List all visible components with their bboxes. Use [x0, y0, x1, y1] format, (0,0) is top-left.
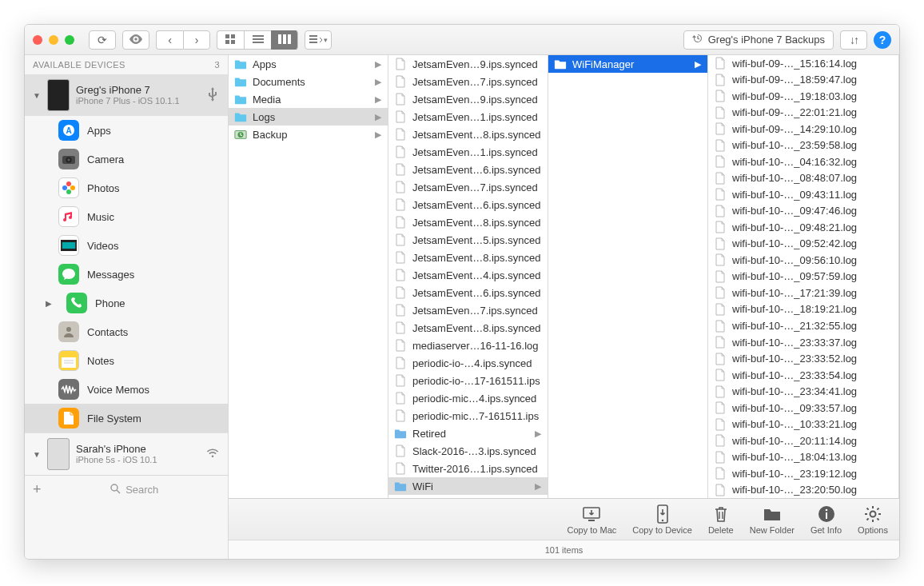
file-item[interactable]: JetsamEven…7.ips.synced: [388, 73, 548, 90]
file-item[interactable]: wifi-buf-10-…_23:19:12.log: [708, 465, 898, 482]
file-item[interactable]: JetsamEven…7.ips.synced: [388, 301, 548, 319]
minimize-button[interactable]: [49, 35, 58, 45]
file-item[interactable]: wifi-buf-10-…_09:48:21.log: [708, 219, 898, 236]
help-button[interactable]: ?: [874, 31, 891, 49]
file-item[interactable]: JetsamEvent…8.ips.synced: [388, 213, 548, 231]
folder-item[interactable]: Documents▶: [229, 73, 388, 90]
file-item[interactable]: wifi-buf-09-…_14:29:10.log: [708, 121, 898, 138]
file-item[interactable]: mediaserver…16-11-16.log: [388, 337, 548, 354]
copy-to-device-button[interactable]: Copy to Device: [632, 504, 692, 535]
sidebar-category-messages[interactable]: Messages: [25, 260, 228, 289]
file-item[interactable]: periodic-io-…4.ips.synced: [388, 354, 548, 372]
file-item[interactable]: JetsamEvent…6.ips.synced: [388, 284, 548, 301]
file-item[interactable]: JetsamEven…1.ips.synced: [388, 143, 548, 161]
file-item[interactable]: JetsamEven…7.ips.synced: [388, 178, 548, 196]
disclosure-triangle-icon[interactable]: ▼: [33, 450, 41, 459]
file-item[interactable]: wifi-buf-10-…_08:48:07.log: [708, 170, 898, 187]
sidebar-category-notes[interactable]: Notes: [25, 346, 228, 375]
file-item[interactable]: JetsamEven…9.ips.synced: [388, 90, 548, 108]
file-item[interactable]: wifi-buf-09-…_15:16:14.log: [708, 55, 898, 72]
file-item[interactable]: JetsamEvent…5.ips.synced: [388, 231, 548, 249]
new-folder-button[interactable]: New Folder: [750, 504, 795, 535]
file-item[interactable]: wifi-buf-10-…_18:19:21.log: [708, 301, 898, 318]
list-view-button[interactable]: [244, 30, 271, 50]
sidebar-category-phone[interactable]: ▶Phone: [25, 289, 228, 317]
file-item[interactable]: wifi-buf-10-…_09:52:42.log: [708, 236, 898, 253]
sidebar-category-voicememos[interactable]: Voice Memos: [25, 375, 228, 404]
file-item[interactable]: periodic-mic…4.ips.synced: [388, 389, 548, 407]
device-row-gregs-iphone[interactable]: ▼ Greg's iPhone 7 iPhone 7 Plus - iOS 10…: [25, 74, 228, 116]
sidebar-category-contacts[interactable]: Contacts: [25, 317, 228, 346]
file-item[interactable]: wifi-buf-10-…_23:20:50.log: [708, 481, 898, 498]
disclosure-triangle-icon[interactable]: ▼: [33, 91, 41, 100]
folder-item[interactable]: Backup▶: [229, 126, 388, 143]
file-item[interactable]: JetsamEven…9.ips.synced: [388, 55, 548, 73]
back-button[interactable]: ‹: [156, 30, 183, 50]
file-item[interactable]: wifi-buf-10-…_09:33:57.log: [708, 400, 898, 417]
file-item[interactable]: wifi-buf-10-…_23:34:41.log: [708, 383, 898, 400]
column-view-button[interactable]: [271, 30, 298, 50]
file-item[interactable]: wifi-buf-10-…_20:11:14.log: [708, 433, 898, 449]
file-item[interactable]: wifi-buf-10-…_18:04:13.log: [708, 448, 898, 465]
file-item[interactable]: wifi-buf-10-…_04:16:32.log: [708, 153, 898, 170]
get-info-button[interactable]: Get Info: [810, 504, 842, 535]
device-row-sarahs-iphone[interactable]: ▼ Sarah's iPhone iPhone 5s - iOS 10.1: [25, 433, 228, 475]
column-4[interactable]: wifi-buf-09-…_15:16:14.logwifi-buf-09-…_…: [708, 55, 899, 498]
folder-item[interactable]: Retired▶: [388, 425, 548, 442]
copy-to-mac-button[interactable]: Copy to Mac: [568, 504, 617, 535]
folder-item[interactable]: Logs▶: [229, 108, 388, 126]
column-3[interactable]: WiFiManager▶: [548, 55, 708, 498]
close-button[interactable]: [33, 35, 42, 45]
file-item[interactable]: JetsamEvent…8.ips.synced: [388, 249, 548, 266]
zoom-button[interactable]: [65, 35, 74, 45]
folder-item[interactable]: Apps▶: [229, 55, 388, 73]
file-item[interactable]: wifi-buf-10-…_23:59:58.log: [708, 138, 898, 154]
sidebar-category-music[interactable]: Music: [25, 202, 228, 231]
column-1[interactable]: Apps▶Documents▶Media▶Logs▶Backup▶: [229, 55, 388, 498]
sidebar-category-videos[interactable]: Videos: [25, 231, 228, 260]
file-item[interactable]: wifi-buf-10-…_09:43:11.log: [708, 186, 898, 203]
file-item[interactable]: Twitter-2016…1.ips.synced: [388, 460, 548, 477]
file-item[interactable]: wifi-buf-10-…_21:32:55.log: [708, 317, 898, 334]
file-item[interactable]: JetsamEvent…8.ips.synced: [388, 126, 548, 143]
quicklook-button[interactable]: [122, 30, 149, 50]
forward-button[interactable]: ›: [183, 30, 210, 50]
file-item[interactable]: wifi-buf-09-…_19:18:03.log: [708, 88, 898, 105]
delete-button[interactable]: Delete: [708, 504, 734, 535]
file-item[interactable]: JetsamEvent…8.ips.synced: [388, 319, 548, 337]
sidebar-category-apps[interactable]: AApps: [25, 116, 228, 145]
file-item[interactable]: wifi-buf-10-…_23:33:52.log: [708, 350, 898, 367]
options-button[interactable]: Options: [858, 504, 888, 535]
icon-view-button[interactable]: [217, 30, 244, 50]
column-2[interactable]: JetsamEven…9.ips.syncedJetsamEven…7.ips.…: [388, 55, 548, 498]
sidebar-category-photos[interactable]: Photos: [25, 173, 228, 202]
file-item[interactable]: wifi-buf-10-…_09:47:46.log: [708, 203, 898, 220]
file-item[interactable]: wifi-buf-10-…_09:56:10.log: [708, 252, 898, 269]
disclosure-triangle-icon[interactable]: ▶: [46, 299, 54, 308]
file-item[interactable]: wifi-buf-10-…_09:57:59.log: [708, 269, 898, 285]
file-item[interactable]: wifi-buf-10-…_23:33:54.log: [708, 367, 898, 384]
sidebar-category-filesystem[interactable]: File System: [25, 404, 228, 433]
file-item[interactable]: JetsamEven…1.ips.synced: [388, 108, 548, 126]
file-item[interactable]: wifi-buf-10-…_17:21:39.log: [708, 285, 898, 301]
file-item[interactable]: wifi-buf-09-…_18:59:47.log: [708, 72, 898, 89]
sidebar-search[interactable]: Search: [50, 484, 220, 496]
folder-item[interactable]: WiFi▶: [388, 477, 548, 495]
file-item[interactable]: wifi-buf-09-…_22:01:21.log: [708, 105, 898, 122]
folder-item[interactable]: WiFiManager▶: [548, 55, 707, 73]
folder-item[interactable]: Media▶: [229, 90, 388, 108]
file-item[interactable]: wifi-buf-10-…_10:33:21.log: [708, 416, 898, 433]
file-item[interactable]: periodic-mic…7-161511.ips: [388, 407, 548, 425]
sidebar-category-camera[interactable]: Camera: [25, 145, 228, 173]
add-device-button[interactable]: +: [33, 481, 42, 498]
file-item[interactable]: JetsamEvent…4.ips.synced: [388, 266, 548, 284]
file-item[interactable]: JetsamEvent…6.ips.synced: [388, 196, 548, 213]
file-item[interactable]: JetsamEvent…6.ips.synced: [388, 161, 548, 178]
transfers-button[interactable]: ↓↑: [840, 30, 867, 50]
file-item[interactable]: wifi-buf-10-…_23:33:37.log: [708, 334, 898, 351]
arrange-button[interactable]: ▾: [305, 30, 332, 50]
file-item[interactable]: Slack-2016-…3.ips.synced: [388, 442, 548, 460]
file-item[interactable]: periodic-io-…17-161511.ips: [388, 372, 548, 389]
refresh-button[interactable]: ⟳: [89, 30, 116, 50]
backups-button[interactable]: Greg's iPhone 7 Backups: [683, 30, 834, 50]
